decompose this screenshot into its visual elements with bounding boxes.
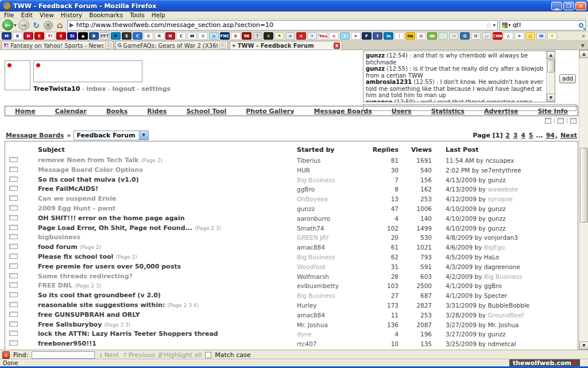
message-icon[interactable] bbox=[9, 273, 18, 278]
doc-favicon[interactable]: ▤ bbox=[416, 32, 426, 40]
trophy-favicon[interactable]: Y bbox=[547, 32, 557, 40]
gamefaqs-favicon[interactable]: G bbox=[460, 32, 470, 40]
find-previous-button[interactable]: ↑Previous bbox=[122, 351, 155, 359]
si-favicon[interactable]: SI bbox=[67, 32, 77, 40]
page-next-link[interactable]: Next bbox=[560, 132, 577, 139]
thread-link[interactable]: Free Salisburyboy bbox=[38, 321, 102, 328]
thread-starter[interactable]: Hurley bbox=[297, 301, 367, 310]
minimize-button[interactable]: ▁ bbox=[551, 2, 562, 10]
message-icon[interactable] bbox=[9, 331, 18, 336]
nav-link-rides[interactable]: Rides bbox=[147, 108, 167, 115]
espn2-favicon[interactable]: E bbox=[56, 32, 66, 40]
thread-link[interactable]: bigbusiness bbox=[38, 233, 80, 241]
thread-starter[interactable]: Mr. Joshua bbox=[297, 320, 367, 330]
panthers-favicon[interactable]: P bbox=[111, 32, 121, 40]
thread-starter[interactable]: dyne bbox=[297, 329, 367, 339]
find-close-button[interactable]: × bbox=[2, 351, 10, 359]
wikipedia-favicon[interactable]: W bbox=[187, 32, 197, 40]
sporting-favicon[interactable]: S bbox=[122, 32, 131, 40]
thread-link[interactable]: Please fix school tool bbox=[38, 253, 113, 260]
thread-starter[interactable]: OhBoyeee bbox=[297, 194, 367, 204]
db-favicon[interactable]: db bbox=[427, 32, 437, 40]
message-icon[interactable] bbox=[9, 225, 18, 230]
cnn-favicon[interactable]: CNN bbox=[493, 32, 502, 40]
xbox-favicon[interactable]: X bbox=[264, 32, 273, 40]
home-button[interactable]: ⌂ bbox=[55, 20, 65, 30]
nav-link-statistics[interactable]: Statistics bbox=[431, 108, 465, 115]
printer-favicon[interactable]: ▭ bbox=[482, 32, 492, 40]
nav-link-school-tool[interactable]: School Tool bbox=[186, 108, 226, 115]
pale-favicon[interactable] bbox=[438, 32, 448, 40]
thread-starter[interactable]: rtc407 bbox=[297, 339, 367, 349]
thread-pages-links[interactable]: (Page 2) bbox=[141, 158, 163, 163]
thread-pages-links[interactable]: (Page 2 3) bbox=[104, 322, 130, 328]
tee-favicon[interactable]: T bbox=[253, 32, 262, 40]
imdb-favicon[interactable]: Im bbox=[405, 32, 415, 40]
search-input[interactable]: qtl bbox=[513, 21, 577, 29]
thread-starter[interactable]: Tiberius bbox=[297, 156, 367, 166]
last-post-user[interactable]: gunzz bbox=[488, 225, 505, 232]
page-link-4[interactable]: 4 bbox=[521, 132, 525, 139]
url-bar[interactable]: http://www.thewolfweb.com/message_sectio… bbox=[67, 20, 498, 30]
search-engine-dropdown-icon[interactable]: ▼ bbox=[508, 23, 511, 27]
search-box[interactable]: ▼ qtl bbox=[500, 20, 586, 30]
thread-starter[interactable]: gunzz bbox=[297, 204, 367, 214]
message-icon[interactable] bbox=[9, 282, 18, 288]
rivals-favicon[interactable]: R bbox=[154, 32, 164, 40]
nav-link-site-info[interactable]: Site Info bbox=[537, 108, 568, 115]
last-post-user[interactable]: gunzz bbox=[488, 331, 505, 338]
pft-favicon[interactable]: PFT bbox=[100, 32, 110, 40]
espn-favicon[interactable]: E bbox=[34, 32, 44, 40]
forum-select-arrow-icon[interactable]: ▼ bbox=[139, 131, 148, 140]
last-post-user[interactable]: HaLo bbox=[484, 254, 499, 260]
tab-close-icon[interactable]: x bbox=[105, 43, 111, 49]
thread-pages-links[interactable]: (Page 2 3) bbox=[195, 225, 221, 231]
message-icon[interactable] bbox=[9, 302, 18, 307]
thread-starter[interactable]: Ragged bbox=[297, 349, 367, 350]
word-favicon[interactable]: W bbox=[536, 32, 546, 40]
menu-help[interactable]: Help bbox=[149, 12, 168, 18]
mlb-favicon[interactable]: M bbox=[2, 32, 11, 40]
message-icon[interactable] bbox=[9, 254, 18, 259]
page-link-5[interactable]: 5 bbox=[529, 132, 533, 139]
thread-starter[interactable]: amac884 bbox=[297, 243, 367, 252]
thread-link[interactable]: lock the ATTN: Lazy Harris Teeter Shoppe… bbox=[38, 330, 218, 338]
last-post-user[interactable]: Big Business bbox=[484, 273, 522, 280]
match-case-checkbox[interactable] bbox=[205, 352, 211, 358]
layout-toggle-icon-1[interactable] bbox=[545, 118, 551, 124]
tww-favicon[interactable]: ➤ bbox=[351, 32, 361, 40]
user-link-inbox[interactable]: inbox bbox=[86, 85, 106, 93]
nav-link-calendar[interactable]: Calendar bbox=[55, 108, 87, 115]
message-icon[interactable] bbox=[9, 321, 18, 327]
url-text[interactable]: http://www.thewolfweb.com/message_sectio… bbox=[76, 21, 483, 29]
chat-scroll-up-button[interactable]: ▲ bbox=[547, 51, 555, 59]
message-icon[interactable] bbox=[9, 157, 18, 162]
nav-link-books[interactable]: Books bbox=[106, 108, 127, 115]
last-post-user[interactable]: wawebste bbox=[488, 186, 518, 193]
find-input[interactable] bbox=[32, 351, 95, 359]
last-post-user[interactable]: synapse bbox=[488, 195, 512, 202]
message-icon[interactable] bbox=[9, 177, 18, 182]
chat-add-button[interactable]: add bbox=[559, 74, 576, 83]
last-post-user[interactable]: gunzz bbox=[488, 205, 505, 212]
menu-edit[interactable]: Edit bbox=[18, 12, 36, 18]
last-post-user[interactable]: GroundBeef bbox=[488, 312, 523, 319]
thread-link[interactable]: Page Load Error, Oh Shit, Page not Found… bbox=[38, 224, 192, 232]
fist-favicon[interactable]: F bbox=[362, 32, 372, 40]
user-link-logout[interactable]: logout bbox=[112, 85, 135, 93]
youtube-favicon[interactable]: You bbox=[318, 32, 328, 40]
linkedin-favicon[interactable]: in bbox=[384, 32, 393, 40]
close-button[interactable]: × bbox=[575, 2, 586, 10]
thread-link[interactable]: So its cool that groundbeef (v 2.0) bbox=[38, 292, 161, 299]
message-icon[interactable] bbox=[9, 312, 18, 317]
layout-toggle-icon-3[interactable] bbox=[570, 118, 577, 124]
thread-pages-links[interactable]: (Page 2) bbox=[115, 254, 137, 260]
thread-link[interactable]: FREE DNL bbox=[38, 282, 72, 289]
last-post-user[interactable]: Specter bbox=[484, 292, 507, 299]
find-next-button[interactable]: ↓Next bbox=[98, 351, 119, 359]
menu-tools[interactable]: Tools bbox=[127, 12, 148, 18]
nfl-favicon[interactable]: N bbox=[24, 32, 33, 40]
thread-link[interactable]: free GUNSUPBRAH and ORLY bbox=[38, 311, 140, 319]
thread-link[interactable]: 2009 Egg Hunt - pwnt bbox=[38, 205, 115, 212]
cbs-eye-favicon[interactable]: ◉ bbox=[78, 32, 88, 40]
